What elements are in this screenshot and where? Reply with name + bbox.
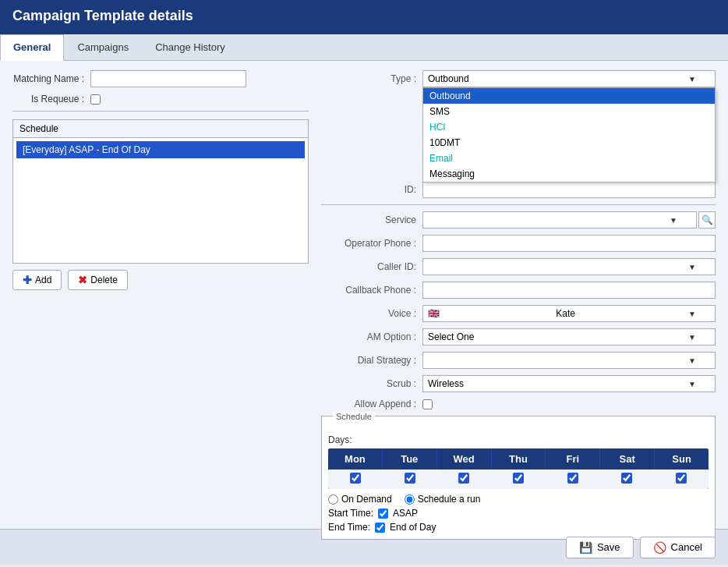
wed-checkbox[interactable] <box>458 473 469 484</box>
caller-id-label: Caller ID: <box>321 261 422 272</box>
day-tue: Tue <box>383 448 437 470</box>
chevron-down-icon: ▼ <box>688 380 696 388</box>
schedule-run-label: Schedule a run <box>418 494 481 505</box>
allow-append-label: Allow Append : <box>321 399 422 409</box>
chevron-down-icon: ▼ <box>688 263 696 271</box>
end-of-day-label: End of Day <box>390 522 436 533</box>
asap-checkbox[interactable] <box>378 509 388 519</box>
dropdown-option-messaging[interactable]: Messaging <box>423 166 715 182</box>
service-search-btn[interactable]: 🔍 <box>698 211 716 229</box>
chevron-down-icon: ▼ <box>688 333 696 342</box>
x-icon: ✖ <box>78 274 87 286</box>
id-label: ID: <box>321 184 422 195</box>
tab-general[interactable]: General <box>0 34 64 61</box>
dropdown-option-email[interactable]: Email <box>423 151 715 166</box>
tab-campaigns[interactable]: Campaigns <box>64 34 142 60</box>
is-requeue-label: Is Requeue : <box>12 94 90 105</box>
tue-checkbox[interactable] <box>405 473 415 484</box>
end-of-day-checkbox[interactable] <box>375 523 385 533</box>
schedule-section-title: Schedule <box>333 412 375 421</box>
am-option-select[interactable]: Select One ▼ <box>422 328 716 346</box>
sat-checkbox[interactable] <box>621 473 632 484</box>
service-select[interactable]: ▼ <box>422 211 697 229</box>
add-button[interactable]: ✚ Add <box>12 270 62 290</box>
plus-icon: ✚ <box>23 274 32 286</box>
am-option-value: Select One <box>428 331 474 342</box>
title-bar: Campaign Template details <box>0 0 728 34</box>
mon-checkbox[interactable] <box>350 473 361 484</box>
dial-strategy-label: Dial Strategy : <box>321 355 422 366</box>
delete-button[interactable]: ✖ Delete <box>68 270 128 290</box>
scrub-value: Wireless <box>428 378 464 389</box>
day-thu: Thu <box>492 448 546 470</box>
scrub-select[interactable]: Wireless ▼ <box>422 375 716 392</box>
tab-bar: General Campaigns Change History <box>0 34 728 61</box>
chevron-down-icon: ▼ <box>688 310 696 318</box>
day-sun: Sun <box>655 448 709 470</box>
tab-change-history[interactable]: Change History <box>142 34 239 60</box>
matching-name-label: Matching Name : <box>12 73 90 84</box>
callback-phone-label: Callback Phone : <box>321 285 422 296</box>
dropdown-option-sms[interactable]: SMS <box>423 104 715 119</box>
on-demand-label: On Demand <box>341 494 392 505</box>
voice-select[interactable]: 🇬🇧 Kate ▼ <box>422 305 716 322</box>
schedule-run-radio[interactable] <box>405 494 415 505</box>
chevron-down-icon: ▼ <box>670 216 677 225</box>
voice-label: Voice : <box>321 308 422 319</box>
save-button[interactable]: 💾 Save <box>566 537 634 558</box>
end-time-label: End Time: <box>328 522 370 533</box>
flag-icon: 🇬🇧 <box>428 308 440 319</box>
caller-id-select[interactable]: ▼ <box>422 258 716 275</box>
days-label: Days: <box>328 434 352 445</box>
on-demand-radio[interactable] <box>328 494 338 505</box>
chevron-down-icon: ▼ <box>688 356 696 365</box>
cancel-button[interactable]: 🚫 Cancel <box>640 537 716 558</box>
type-dropdown: Outbound SMS HCI 10DMT Email Messaging <box>422 87 716 183</box>
schedule-title: Schedule <box>13 120 308 138</box>
dropdown-option-hci[interactable]: HCI <box>423 119 715 135</box>
operator-phone-label: Operator Phone : <box>321 238 422 249</box>
sun-checkbox[interactable] <box>676 473 687 484</box>
operator-phone-input[interactable] <box>422 235 716 252</box>
chevron-down-icon: ▼ <box>688 75 696 83</box>
save-icon: 💾 <box>579 541 592 554</box>
dropdown-option-10dmt[interactable]: 10DMT <box>423 135 715 151</box>
day-sat: Sat <box>600 448 655 470</box>
id-input[interactable] <box>422 181 716 198</box>
fri-checkbox[interactable] <box>567 473 578 484</box>
voice-value: Kate <box>556 308 575 319</box>
dropdown-option-outbound[interactable]: Outbound <box>423 88 715 104</box>
dial-strategy-select[interactable]: ▼ <box>422 352 716 369</box>
callback-phone-input[interactable] <box>422 282 716 299</box>
is-requeue-checkbox[interactable] <box>90 94 101 105</box>
scrub-label: Scrub : <box>321 378 422 389</box>
day-mon: Mon <box>328 448 383 470</box>
matching-name-input[interactable] <box>90 70 246 87</box>
type-label: Type : <box>321 73 422 84</box>
service-label: Service <box>321 214 422 225</box>
page-title: Campaign Template details <box>12 8 193 23</box>
day-wed: Wed <box>437 448 492 470</box>
type-value: Outbound <box>428 73 469 84</box>
am-option-label: AM Option : <box>321 331 422 342</box>
allow-append-checkbox[interactable] <box>422 399 433 409</box>
cancel-icon: 🚫 <box>653 541 666 554</box>
thu-checkbox[interactable] <box>513 473 524 484</box>
asap-label: ASAP <box>393 508 418 519</box>
start-time-label: Start Time: <box>328 508 373 519</box>
schedule-list-item[interactable]: [Everyday] ASAP - End Of Day <box>16 141 305 158</box>
day-fri: Fri <box>546 448 600 470</box>
type-select[interactable]: Outbound ▼ <box>422 70 716 87</box>
